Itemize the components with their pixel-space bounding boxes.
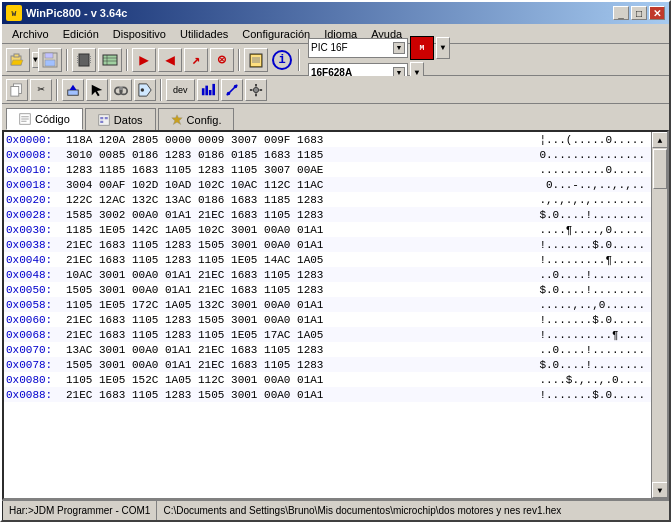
hex-row: 0x0040:21EC 1683 1105 1283 1105 1E05 14A… <box>4 252 651 267</box>
main-window: W WinPic800 - v 3.64c _ □ ✕ Archivo Edic… <box>0 0 671 522</box>
hex-data-bytes: 1283 1185 1683 1105 1283 1105 3007 00AE <box>66 164 519 176</box>
hex-data-bytes: 21EC 1683 1105 1283 1105 1E05 17AC 1A05 <box>66 329 519 341</box>
scroll-up-button[interactable]: ▲ <box>652 132 668 148</box>
hex-address: 0x0048: <box>6 269 66 281</box>
hex-ascii: 0............... <box>519 149 649 161</box>
hex-row: 0x0058:1105 1E05 172C 1A05 132C 3001 00A… <box>4 297 651 312</box>
hex-ascii: !.......$.0..... <box>519 389 649 401</box>
title-bar: W WinPic800 - v 3.64c _ □ ✕ <box>2 2 669 24</box>
erase-button[interactable]: ⊗ <box>210 48 234 72</box>
info-button[interactable]: i <box>272 50 292 70</box>
pic-type-dropdown[interactable]: PIC 16F ▼ <box>308 38 408 58</box>
hex-address: 0x0058: <box>6 299 66 311</box>
memory-button[interactable] <box>98 48 122 72</box>
verify-button[interactable]: ↗ <box>184 48 208 72</box>
chip-view-button[interactable] <box>72 48 96 72</box>
toolbar-separator-2 <box>126 49 128 71</box>
menu-edicion[interactable]: Edición <box>57 26 105 42</box>
tab-config-label: Config. <box>187 114 222 126</box>
svg-marker-27 <box>70 84 77 89</box>
read-button[interactable]: ◀ <box>158 48 182 72</box>
tab-config[interactable]: Config. <box>158 108 235 130</box>
hex-data-bytes: 122C 12AC 132C 13AC 0186 1683 1185 1283 <box>66 194 519 206</box>
svg-rect-26 <box>68 90 79 95</box>
bar-chart-btn[interactable] <box>197 79 219 101</box>
scroll-down-button[interactable]: ▼ <box>652 482 668 498</box>
pic-type-arrow[interactable]: ▼ <box>393 42 405 54</box>
toolbar-separator-3 <box>238 49 240 71</box>
svg-marker-54 <box>171 114 182 124</box>
dev-button[interactable]: dev <box>166 79 195 101</box>
hex-row: 0x0018:3004 00AF 102D 10AD 102C 10AC 112… <box>4 177 651 192</box>
close-button[interactable]: ✕ <box>649 6 665 20</box>
svg-rect-11 <box>89 56 91 57</box>
content-area: 0x0000:118A 120A 2805 0000 0009 3007 009… <box>2 130 669 500</box>
menu-configuracion[interactable]: Configuración <box>236 26 316 42</box>
toolbar-separator-1 <box>66 49 68 71</box>
hex-data-bytes: 1105 1E05 172C 1A05 132C 3001 00A0 01A1 <box>66 299 519 311</box>
import-btn[interactable] <box>62 79 84 101</box>
hex-ascii: !.......$.0..... <box>519 314 649 326</box>
pic-type-label: PIC 16F <box>311 42 348 53</box>
hex-row: 0x0078:1505 3001 00A0 01A1 21EC 1683 110… <box>4 357 651 372</box>
scrollbar-track[interactable] <box>652 148 667 482</box>
title-buttons: _ □ ✕ <box>613 6 665 20</box>
hex-data-bytes: 3004 00AF 102D 10AD 102C 10AC 112C 11AC <box>66 179 519 191</box>
hex-ascii: ....¶....,0..... <box>519 224 649 236</box>
window-title: WinPic800 - v 3.64c <box>26 7 127 19</box>
hex-row: 0x0000:118A 120A 2805 0000 0009 3007 009… <box>4 132 651 147</box>
svg-rect-10 <box>77 62 79 63</box>
menu-archivo[interactable]: Archivo <box>6 26 55 42</box>
tab-codigo[interactable]: Código <box>6 108 83 130</box>
svg-rect-6 <box>79 54 89 66</box>
hex-row: 0x0070:13AC 3001 00A0 01A1 21EC 1683 110… <box>4 342 651 357</box>
svg-point-41 <box>253 87 258 92</box>
svg-rect-51 <box>100 117 103 119</box>
hex-ascii: !..........¶.... <box>519 329 649 341</box>
tag-btn[interactable] <box>134 79 156 101</box>
toolbar2-sep1 <box>56 79 58 101</box>
tab-datos[interactable]: Datos <box>85 108 156 130</box>
hex-address: 0x0018: <box>6 179 66 191</box>
status-filepath: C:\Documents and Settings\Bruno\Mis docu… <box>157 501 669 520</box>
binoculars-btn[interactable] <box>110 79 132 101</box>
hex-data-bytes: 1505 3001 00A0 01A1 21EC 1683 1105 1283 <box>66 359 519 371</box>
open-folder-button[interactable] <box>6 48 30 72</box>
save-button[interactable] <box>38 48 62 72</box>
connect-btn[interactable] <box>221 79 243 101</box>
hex-data-bytes: 13AC 3001 00A0 01A1 21EC 1683 1105 1283 <box>66 344 519 356</box>
cut-btn[interactable]: ✂ <box>30 79 52 101</box>
hex-ascii: ..0....!........ <box>519 344 649 356</box>
hex-address: 0x0008: <box>6 149 66 161</box>
hex-ascii: $.0....!........ <box>519 209 649 221</box>
svg-rect-50 <box>99 114 110 125</box>
menu-dispositivo[interactable]: Dispositivo <box>107 26 172 42</box>
maximize-button[interactable]: □ <box>631 6 647 20</box>
settings-btn[interactable] <box>245 79 267 101</box>
minimize-button[interactable]: _ <box>613 6 629 20</box>
book-button[interactable] <box>244 48 268 72</box>
menu-utilidades[interactable]: Utilidades <box>174 26 234 42</box>
hex-ascii: ....$.,..,.0.... <box>519 374 649 386</box>
toolbar1: ▼ ▶ ◀ ↗ ⊗ i PIC 16F ▼ <box>2 44 669 76</box>
copy-btn[interactable] <box>6 79 28 101</box>
write-button[interactable]: ▶ <box>132 48 156 72</box>
cursor-btn[interactable] <box>86 79 108 101</box>
svg-point-33 <box>141 88 145 92</box>
svg-rect-36 <box>208 90 211 95</box>
svg-rect-5 <box>45 60 55 66</box>
hex-data-bytes: 1105 1E05 152C 1A05 112C 3001 00A0 01A1 <box>66 374 519 386</box>
hex-row: 0x0020:122C 12AC 132C 13AC 0186 1683 118… <box>4 192 651 207</box>
config-tab-icon <box>171 114 183 126</box>
hex-row: 0x0008:3010 0085 0186 1283 0186 0185 168… <box>4 147 651 162</box>
hex-ascii: .,.,.,.,........ <box>519 194 649 206</box>
hex-address: 0x0078: <box>6 359 66 371</box>
toolbar-separator-4 <box>298 49 300 71</box>
svg-point-40 <box>233 84 237 88</box>
hex-address: 0x0028: <box>6 209 66 221</box>
svg-rect-12 <box>89 58 91 59</box>
svg-rect-53 <box>100 120 103 122</box>
hex-address: 0x0020: <box>6 194 66 206</box>
pic-type-dropdown2[interactable]: ▼ <box>436 37 450 59</box>
scrollbar-thumb[interactable] <box>653 149 667 189</box>
